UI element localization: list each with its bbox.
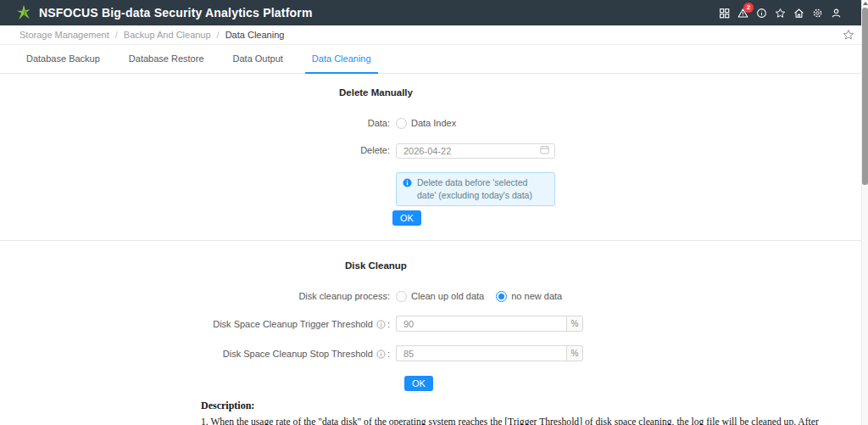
delete-manually-heading: Delete Manually xyxy=(339,87,413,98)
app-header: NSFOCUS Big-data Security Analytics Plat… xyxy=(0,0,868,25)
delete-label: Delete: xyxy=(0,145,390,155)
tab-data-output[interactable]: Data Output xyxy=(226,46,290,74)
breadcrumb-backup-and-cleanup[interactable]: Backup And Cleanup xyxy=(124,30,211,40)
apps-grid-icon[interactable] xyxy=(719,8,730,19)
app-title: NSFOCUS Big-data Security Analytics Plat… xyxy=(39,6,313,20)
data-row: Data: Data Index xyxy=(0,117,868,129)
tab-bar: Database Backup Database Restore Data Ou… xyxy=(0,46,868,74)
description-title: Description: xyxy=(201,400,845,412)
info-circle-icon[interactable] xyxy=(756,8,767,19)
data-cleaning-page: NSFOCUS Big-data Security Analytics Plat… xyxy=(0,0,868,425)
help-circle-icon[interactable] xyxy=(376,320,386,329)
data-index-radio-label[interactable]: Data Index xyxy=(411,118,456,128)
disk-cleanup-heading: Disk Cleanup xyxy=(345,260,407,271)
breadcrumb-separator: / xyxy=(217,30,220,40)
star-icon[interactable] xyxy=(775,8,786,19)
delete-info-alert: Delete data before 'selected date' (excl… xyxy=(396,172,555,206)
header-icon-bar: 2 xyxy=(719,0,842,25)
alert-count-badge: 2 xyxy=(743,3,754,13)
calendar-icon[interactable] xyxy=(540,145,549,154)
delete-date-input[interactable] xyxy=(396,143,555,159)
tab-data-cleaning[interactable]: Data Cleaning xyxy=(305,46,378,74)
scrollbar-up-arrow-icon[interactable] xyxy=(863,2,868,5)
clean-up-old-data-radio[interactable] xyxy=(396,291,407,302)
description-block: Description: 1. When the usage rate of t… xyxy=(201,400,845,425)
alarm-triangle-icon[interactable]: 2 xyxy=(737,8,748,19)
tab-content: Delete Manually Data: Data Index Delete: xyxy=(0,74,868,425)
breadcrumb-storage-management[interactable]: Storage Management xyxy=(19,30,109,40)
gear-icon[interactable] xyxy=(812,8,823,19)
tab-database-backup[interactable]: Database Backup xyxy=(19,46,107,74)
delete-info-alert-text: Delete data before 'selected date' (excl… xyxy=(417,177,532,200)
breadcrumb: Storage Management / Backup And Cleanup … xyxy=(0,25,868,45)
disk-cleanup-ok-button[interactable]: OK xyxy=(404,376,433,391)
data-index-radio[interactable] xyxy=(396,118,407,129)
trigger-threshold-percent-suffix: % xyxy=(566,316,583,332)
data-label: Data: xyxy=(0,118,390,128)
description-item-1: 1. When the usage rate of the "data disk… xyxy=(201,416,845,425)
scrollbar-thumb[interactable] xyxy=(862,8,868,185)
stop-threshold-percent-suffix: % xyxy=(566,345,583,361)
help-circle-icon[interactable] xyxy=(376,350,386,359)
no-new-data-radio-label[interactable]: no new data xyxy=(511,291,562,301)
stop-threshold-input[interactable] xyxy=(396,345,566,361)
home-icon[interactable] xyxy=(793,8,804,19)
delete-date-row: Delete: xyxy=(0,143,868,158)
stop-threshold-label: Disk Space Cleanup Stop Threshold: xyxy=(0,349,390,359)
delete-ok-button[interactable]: OK xyxy=(392,210,421,226)
user-icon[interactable] xyxy=(831,8,842,19)
vertical-scrollbar[interactable] xyxy=(861,0,868,425)
trigger-threshold-label: Disk Space Cleanup Trigger Threshold: xyxy=(0,319,390,329)
section-divider xyxy=(0,240,868,241)
favorite-star-icon[interactable] xyxy=(843,29,854,41)
disk-cleanup-process-label: Disk cleanup process: xyxy=(0,291,390,301)
stop-threshold-row: Disk Space Cleanup Stop Threshold: % xyxy=(0,345,868,361)
breadcrumb-separator: / xyxy=(115,30,118,40)
trigger-threshold-row: Disk Space Cleanup Trigger Threshold: % xyxy=(0,316,868,332)
nsfocus-logo-icon[interactable] xyxy=(14,3,33,22)
tab-database-restore[interactable]: Database Restore xyxy=(122,46,211,74)
info-circle-icon xyxy=(403,178,412,187)
no-new-data-radio[interactable] xyxy=(496,291,507,302)
disk-cleanup-process-row: Disk cleanup process: Clean up old data … xyxy=(0,290,868,302)
breadcrumb-data-cleaning[interactable]: Data Cleaning xyxy=(225,30,285,40)
clean-up-old-data-radio-label[interactable]: Clean up old data xyxy=(411,291,484,301)
trigger-threshold-input[interactable] xyxy=(396,316,566,332)
